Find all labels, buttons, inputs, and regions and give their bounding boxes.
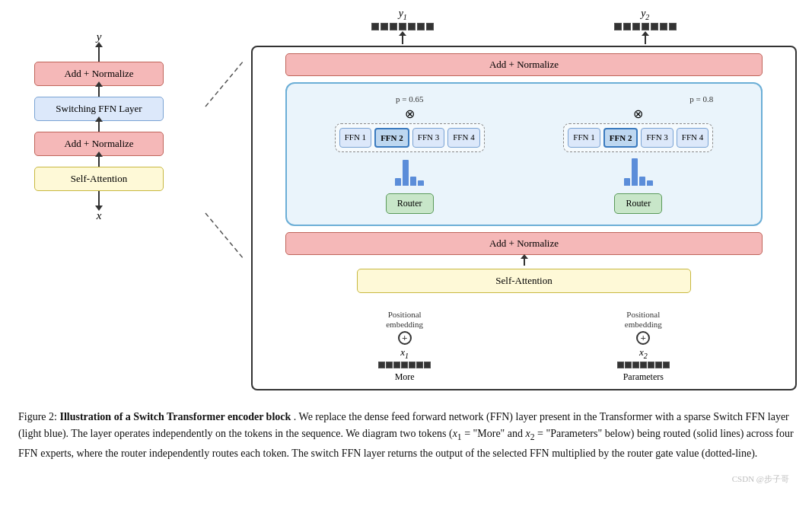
output-y2-label: y2 — [641, 8, 649, 21]
arrow-mid1 — [98, 86, 100, 97]
ffn-boxes-right: FFN 1 FFN 2 FFN 3 FFN 4 — [563, 123, 713, 152]
ffn-box-right-2: FFN 2 — [603, 128, 638, 148]
right-outer-box: Add + Normalize p = 0.65 ⊗ FFN 1 FFN 2 F… — [251, 46, 797, 390]
bar-left-1 — [395, 178, 401, 186]
arrow-y2-up — [645, 35, 646, 44]
connector-svg — [190, 15, 251, 304]
token-caption-2: Parameters — [623, 371, 664, 383]
figure-caption: Figure 2: Illustration of a Switch Trans… — [15, 409, 797, 462]
ffn-box-right-1: FFN 1 — [568, 128, 600, 148]
input-col-x1: Positionalembedding + x1 More — [378, 310, 431, 383]
bar-right-3 — [639, 177, 645, 186]
right-self-attention-box: Self-Attention — [357, 269, 691, 293]
ffn-box-right-4: FFN 4 — [677, 128, 709, 148]
main-container: y Add + Normalize Switching FFN Layer Ad… — [15, 8, 797, 485]
watermark: CSDN @步子哥 — [732, 473, 789, 485]
ffn-box-right-3: FFN 3 — [641, 128, 673, 148]
arrow-y-up — [98, 46, 100, 62]
input-grid-x1 — [378, 362, 431, 368]
output-col-y1: y1 — [371, 8, 434, 44]
bar-left-3 — [410, 177, 416, 186]
output-y1-label: y1 — [399, 8, 407, 21]
ffn-box-left-4: FFN 4 — [447, 128, 479, 148]
input-grid-x2 — [617, 362, 670, 368]
figure-num: Figure 2: — [18, 411, 57, 422]
right-outer-wrapper: y1 y2 — [251, 8, 797, 390]
input-x2-label: x2 — [639, 346, 648, 360]
output-y1-grid — [371, 23, 434, 30]
right-bottom-row: Positionalembedding + x1 More Posit — [285, 310, 763, 383]
token-caption-1: More — [395, 371, 415, 383]
diagram-wrapper: y Add + Normalize Switching FFN Layer Ad… — [15, 8, 797, 390]
bar-left-4 — [418, 180, 424, 186]
bar-left-2 — [403, 160, 409, 186]
arrow-x-down — [98, 191, 100, 206]
router-box-right: Router — [614, 193, 662, 214]
input-col-x2: Positionalembedding + x2 Parameters — [617, 310, 670, 383]
arrow-sa-up — [524, 258, 525, 266]
bar-right-1 — [624, 178, 630, 186]
output-y2-grid — [614, 23, 677, 30]
ffn-group-right: p = 0.8 ⊗ FFN 1 FFN 2 FFN 3 FFN 4 — [563, 94, 713, 214]
right-self-attention-row: Self-Attention — [285, 269, 763, 293]
multiply-right: ⊗ — [633, 107, 643, 121]
ffn-box-left-3: FFN 3 — [412, 128, 444, 148]
pos-embed-2: Positionalembedding — [625, 310, 662, 330]
caption-bold: Illustration of a Switch Transformer enc… — [59, 411, 291, 422]
output-col-y2: y2 — [614, 8, 677, 44]
svg-line-0 — [205, 61, 244, 107]
plus-circle-2: + — [636, 331, 650, 345]
left-self-attention: Self-Attention — [34, 167, 164, 191]
prob-label-right: p = 0.8 — [563, 94, 713, 104]
left-diagram: y Add + Normalize Switching FFN Layer Ad… — [15, 30, 183, 222]
ffn-boxes-left: FFN 1 FFN 2 FFN 3 FFN 4 — [335, 123, 485, 152]
ffn-box-left-2: FFN 2 — [374, 128, 409, 148]
left-label-x: x — [97, 209, 102, 222]
ffn-group-left: p = 0.65 ⊗ FFN 1 FFN 2 FFN 3 FFN 4 — [335, 94, 485, 214]
bar-right-4 — [647, 180, 653, 186]
arrow-y1-up — [402, 35, 403, 44]
bar-chart-left — [395, 158, 424, 186]
plus-circle-1: + — [398, 331, 412, 345]
prob-label-left: p = 0.65 — [396, 94, 423, 104]
router-box-left: Router — [386, 193, 434, 214]
bar-chart-right — [624, 158, 653, 186]
ffn-box-left-1: FFN 1 — [339, 128, 371, 148]
multiply-left: ⊗ — [405, 107, 415, 121]
pos-embed-1: Positionalembedding — [386, 310, 423, 330]
arrow-mid2 — [98, 121, 100, 132]
bar-right-2 — [632, 158, 638, 186]
arrow-mid3 — [98, 156, 100, 167]
right-blue-container: p = 0.65 ⊗ FFN 1 FFN 2 FFN 3 FFN 4 — [285, 82, 763, 226]
svg-line-1 — [205, 213, 244, 259]
right-top-outputs: y1 y2 — [251, 8, 797, 44]
input-x1-label: x1 — [400, 346, 409, 360]
right-add-normalize-bottom: Add + Normalize — [285, 232, 763, 255]
right-add-normalize-top: Add + Normalize — [285, 53, 763, 76]
